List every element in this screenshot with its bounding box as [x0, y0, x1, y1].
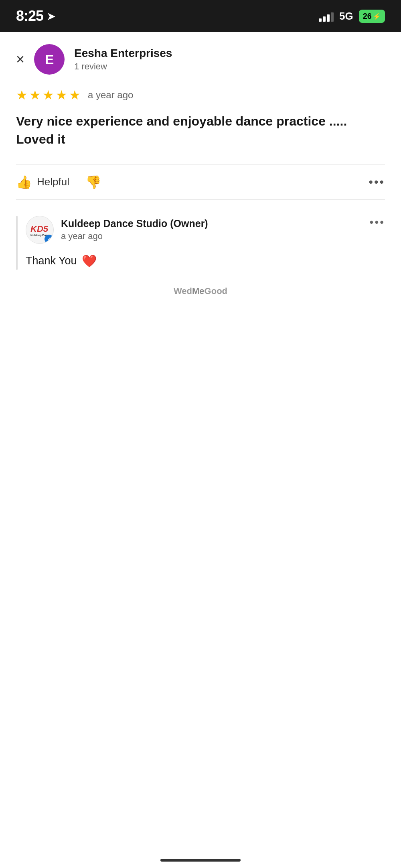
verified-icon: ✓: [47, 236, 51, 242]
reply-line: [16, 216, 18, 270]
review-header: × E Eesha Enterprises 1 review: [16, 44, 385, 75]
thumbs-down-button[interactable]: 👎: [85, 174, 101, 190]
reviewer-name: Eesha Enterprises: [74, 47, 172, 60]
location-icon: ➤: [47, 10, 56, 23]
owner-meta: Kuldeep Dance Studio (Owner) a year ago: [61, 218, 208, 241]
battery-level: 26: [363, 12, 372, 21]
watermark-text: WedMeGood: [174, 286, 227, 296]
reply-message: Thank You: [26, 253, 77, 269]
star-3: ★: [43, 87, 54, 103]
watermark-bold: Me: [192, 286, 205, 296]
status-time: 8:25: [16, 8, 43, 24]
star-1: ★: [16, 87, 28, 103]
status-left: 8:25 ➤: [16, 8, 56, 24]
reply-more-options[interactable]: •••: [370, 216, 385, 229]
reply-content: KD5 Kuldeep Dance Stu ✓ Kuldeep Dance St…: [26, 216, 385, 270]
actions-row: 👍 Helpful 👎 •••: [16, 164, 385, 200]
star-rating: ★ ★ ★ ★ ★: [16, 87, 81, 103]
charging-icon: ⚡: [373, 12, 381, 20]
home-indicator: [160, 859, 241, 862]
more-options-button[interactable]: •••: [369, 175, 385, 189]
review-meta: ★ ★ ★ ★ ★ a year ago: [16, 87, 385, 103]
star-2: ★: [29, 87, 41, 103]
close-button[interactable]: ×: [16, 52, 24, 67]
svg-text:KD5: KD5: [30, 224, 49, 234]
status-bar: 8:25 ➤ 5G 26 ⚡: [0, 0, 401, 32]
star-5: ★: [69, 87, 81, 103]
status-right: 5G 26 ⚡: [319, 10, 385, 23]
star-4: ★: [56, 87, 67, 103]
content-area: × E Eesha Enterprises 1 review ★ ★ ★ ★ ★…: [0, 32, 401, 324]
owner-reply-time: a year ago: [61, 231, 208, 241]
signal-icon: [319, 10, 334, 22]
reviewer-avatar: E: [34, 44, 65, 75]
helpful-button[interactable]: 👍 Helpful: [16, 174, 69, 190]
heart-emoji: ❤️: [82, 252, 97, 270]
helpful-label: Helpful: [37, 176, 69, 188]
owner-avatar: KD5 Kuldeep Dance Stu ✓: [26, 216, 54, 244]
reply-header: KD5 Kuldeep Dance Stu ✓ Kuldeep Dance St…: [26, 216, 385, 244]
reply-header-left: KD5 Kuldeep Dance Stu ✓ Kuldeep Dance St…: [26, 216, 208, 244]
avatar-initial: E: [45, 52, 54, 67]
watermark: WedMeGood: [16, 286, 385, 296]
thumbs-up-icon: 👍: [16, 174, 32, 190]
owner-name: Kuldeep Dance Studio (Owner): [61, 218, 208, 229]
network-label: 5G: [339, 10, 353, 22]
owner-reply-section: KD5 Kuldeep Dance Stu ✓ Kuldeep Dance St…: [16, 216, 385, 270]
review-text: Very nice experience and enjoyable dance…: [16, 112, 385, 148]
reply-text: Thank You ❤️: [26, 252, 385, 270]
verified-badge: ✓: [45, 235, 53, 243]
reviewer-count: 1 review: [74, 61, 172, 72]
review-time: a year ago: [88, 89, 133, 101]
battery-icon: 26 ⚡: [359, 10, 385, 23]
reviewer-info: Eesha Enterprises 1 review: [74, 47, 172, 72]
